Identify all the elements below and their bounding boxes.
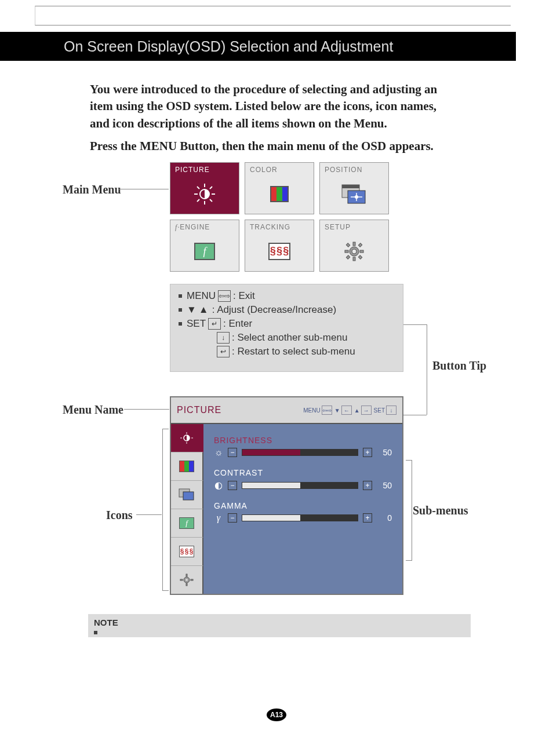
- connector-buttontip-v: [403, 324, 427, 415]
- osd-brightness-label: BRIGHTNESS: [214, 436, 392, 445]
- gamma-small-icon: γ: [214, 513, 223, 523]
- svg-rect-34: [186, 574, 187, 576]
- brightness-small-icon: ☼: [214, 447, 223, 458]
- press-menu-line: Press the MENU Button, then the main men…: [90, 139, 443, 154]
- tile-picture-label: PICTURE: [170, 163, 239, 174]
- osd-title: PICTURE: [177, 405, 221, 415]
- svg-point-24: [352, 249, 356, 254]
- osd-key-hints: MENU⇦⇨ ▼← ▲→ SET↓: [303, 406, 396, 415]
- submenus-bracket: [406, 460, 412, 561]
- tile-setup-label: SETUP: [320, 220, 388, 231]
- osd-side-color[interactable]: [171, 452, 203, 481]
- osd-side-tracking[interactable]: §§§: [171, 538, 203, 566]
- osd-item-gamma[interactable]: GAMMA γ − + 0: [214, 501, 392, 523]
- tracking-icon: §§§: [245, 231, 314, 271]
- svg-rect-21: [358, 255, 362, 258]
- menu-key-icon: ⇦⇨: [218, 290, 231, 302]
- osd-side-position[interactable]: [171, 481, 203, 509]
- button-tip-box: MENU ⇦⇨ : Exit ▼ ▲ : Adjust (Decrease/In…: [170, 284, 403, 372]
- osd-side-setup[interactable]: [171, 566, 203, 594]
- osd-item-contrast[interactable]: CONTRAST ◐ − + 50: [214, 468, 392, 491]
- svg-rect-10: [342, 185, 359, 188]
- label-sub-menus: Sub-menus: [413, 504, 468, 517]
- tip-restart-sub: ↩ : Restart to select sub-menu: [179, 346, 395, 357]
- connector-buttontip2: [403, 415, 427, 415]
- plus-icon[interactable]: +: [363, 448, 372, 457]
- icons-bracket: [162, 429, 169, 591]
- contrast-slider[interactable]: [242, 482, 358, 489]
- label-main-menu: Main Menu: [63, 183, 121, 196]
- tile-picture[interactable]: PICTURE: [170, 162, 239, 214]
- tile-position[interactable]: POSITION: [319, 162, 389, 214]
- note-title: NOTE: [94, 618, 465, 627]
- svg-rect-31: [183, 492, 194, 500]
- plus-icon[interactable]: +: [363, 481, 372, 490]
- tile-position-label: POSITION: [320, 163, 388, 174]
- contrast-small-icon: ◐: [214, 480, 223, 491]
- down-arrow-key-icon: ↓: [217, 332, 230, 344]
- tip-set-enter: SET ↵ : Enter: [179, 318, 395, 330]
- svg-line-7: [210, 187, 212, 189]
- plus-icon[interactable]: +: [363, 513, 372, 523]
- tile-color[interactable]: COLOR: [245, 162, 314, 214]
- svg-rect-22: [358, 243, 362, 246]
- down-triangle-icon: ▼: [187, 304, 197, 316]
- setup-icon: [320, 231, 388, 271]
- osd-sidebar: f §§§: [171, 424, 203, 594]
- tip-select-sub: ↓ : Select another sub-menu: [179, 332, 395, 344]
- position-icon: [320, 174, 388, 214]
- tip-menu-exit: MENU ⇦⇨ : Exit: [179, 290, 395, 302]
- svg-rect-18: [345, 250, 348, 253]
- osd-titlebar: PICTURE MENU⇦⇨ ▼← ▲→ SET↓: [171, 397, 402, 424]
- osd-side-picture[interactable]: [171, 424, 203, 452]
- main-menu-grid: PICTURE COLOR: [170, 162, 389, 272]
- svg-line-8: [197, 199, 199, 202]
- svg-point-33: [185, 579, 188, 581]
- tip-adjust: ▼ ▲ : Adjust (Decrease/Increase): [179, 304, 395, 316]
- tile-color-label: COLOR: [245, 163, 314, 174]
- gamma-value: 0: [377, 513, 392, 523]
- svg-rect-16: [353, 242, 355, 246]
- color-icon: [245, 174, 314, 214]
- connector-main-menu: [119, 189, 169, 189]
- svg-rect-35: [186, 583, 187, 586]
- connector-menu-name: [124, 409, 169, 410]
- intro-paragraph: You were introduced to the procedure of …: [90, 81, 443, 132]
- section-header: On Screen Display(OSD) Selection and Adj…: [0, 32, 516, 61]
- svg-line-6: [210, 199, 212, 202]
- minus-icon[interactable]: −: [228, 448, 237, 457]
- osd-contrast-label: CONTRAST: [214, 468, 392, 477]
- svg-rect-19: [360, 250, 363, 253]
- svg-rect-17: [353, 257, 355, 261]
- osd-panel: PICTURE MENU⇦⇨ ▼← ▲→ SET↓ f §§§: [170, 396, 403, 595]
- minus-icon[interactable]: −: [228, 513, 237, 523]
- tile-engine[interactable]: f·ENGINE f: [170, 220, 239, 272]
- tile-tracking[interactable]: TRACKING §§§: [245, 220, 314, 272]
- svg-rect-36: [180, 579, 183, 580]
- minus-icon[interactable]: −: [228, 481, 237, 490]
- page-header-rule: [35, 6, 511, 25]
- svg-rect-37: [191, 579, 193, 580]
- enter-key-icon: ↵: [208, 318, 221, 330]
- return-key-icon: ↩: [217, 346, 230, 357]
- connector-icons: [136, 514, 162, 515]
- osd-side-engine[interactable]: f: [171, 509, 203, 538]
- osd-item-brightness[interactable]: BRIGHTNESS ☼ − + 50: [214, 436, 392, 458]
- svg-point-14: [355, 195, 358, 199]
- gamma-slider[interactable]: [242, 514, 358, 521]
- osd-key-menu-icon: ⇦⇨: [322, 406, 332, 415]
- page-number: A13: [267, 708, 286, 721]
- osd-gamma-label: GAMMA: [214, 501, 392, 510]
- label-button-tip: Button Tip: [432, 359, 486, 372]
- tile-setup[interactable]: SETUP: [319, 220, 389, 272]
- engine-icon: f: [170, 232, 239, 271]
- brightness-icon: [170, 174, 239, 214]
- label-menu-name: Menu Name: [63, 403, 123, 417]
- section-title: On Screen Display(OSD) Selection and Adj…: [64, 38, 393, 55]
- svg-rect-20: [346, 243, 350, 246]
- note-bar: NOTE: [88, 614, 471, 637]
- osd-key-right-icon: →: [361, 406, 372, 415]
- note-bullet: [94, 631, 97, 634]
- tile-tracking-label: TRACKING: [245, 220, 314, 231]
- brightness-slider[interactable]: [242, 449, 358, 456]
